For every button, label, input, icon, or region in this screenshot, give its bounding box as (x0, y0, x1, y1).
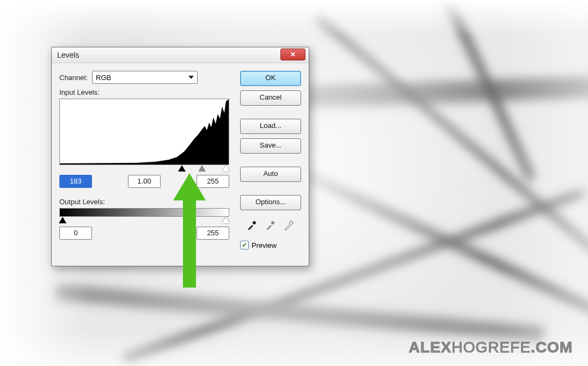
channel-label: Channel: (59, 74, 88, 82)
slider-white-icon[interactable] (222, 165, 230, 172)
eyedropper-black-icon[interactable] (246, 219, 258, 231)
options-button[interactable]: Options... (240, 195, 301, 210)
ok-button[interactable]: OK (240, 71, 301, 86)
input-levels-label: Input Levels: (59, 88, 229, 96)
cancel-button[interactable]: Cancel (240, 90, 301, 106)
preview-checkbox[interactable]: ✔ (240, 241, 249, 249)
channel-select[interactable]: RGB (92, 71, 198, 84)
load-button[interactable]: Load... (240, 119, 301, 134)
output-slider-black-icon[interactable] (59, 217, 66, 223)
titlebar[interactable]: Levels ✕ (52, 47, 309, 63)
auto-button[interactable]: Auto (240, 167, 301, 182)
close-button[interactable]: ✕ (280, 48, 305, 60)
input-white-field[interactable] (197, 175, 229, 188)
eyedropper-gray-icon[interactable] (265, 219, 277, 231)
input-slider-track[interactable] (59, 165, 229, 173)
eyedropper-row (240, 219, 301, 231)
output-black-field[interactable] (59, 227, 92, 240)
output-levels-label: Output Levels: (59, 198, 229, 206)
output-gradient (59, 208, 229, 217)
channel-value: RGB (96, 74, 111, 82)
input-gamma-field[interactable] (128, 175, 161, 188)
output-slider-white-icon[interactable] (222, 217, 230, 223)
input-black-field[interactable] (59, 175, 92, 188)
watermark-light: HOGREFE (451, 339, 530, 356)
watermark-suffix: .COM (531, 339, 573, 356)
eyedropper-white-icon[interactable] (283, 219, 295, 231)
svg-point-1 (271, 221, 274, 224)
save-button[interactable]: Save... (240, 138, 301, 154)
checkmark-icon: ✔ (242, 242, 247, 248)
slider-black-icon[interactable] (178, 165, 186, 172)
watermark: ALEXHOGREFE.COM (409, 339, 573, 356)
dialog-title: Levels (57, 51, 79, 59)
svg-point-2 (290, 221, 293, 224)
close-icon: ✕ (290, 51, 296, 58)
watermark-strong: ALEX (409, 339, 452, 356)
histogram (59, 99, 229, 165)
slider-gray-icon[interactable] (198, 165, 206, 172)
output-white-field[interactable] (197, 227, 229, 240)
levels-dialog: Levels ✕ Channel: RGB Input Levels: (51, 47, 309, 266)
output-slider-track[interactable] (59, 217, 229, 224)
svg-point-0 (253, 221, 256, 224)
caret-down-icon (188, 76, 194, 79)
preview-label: Preview (252, 241, 277, 249)
